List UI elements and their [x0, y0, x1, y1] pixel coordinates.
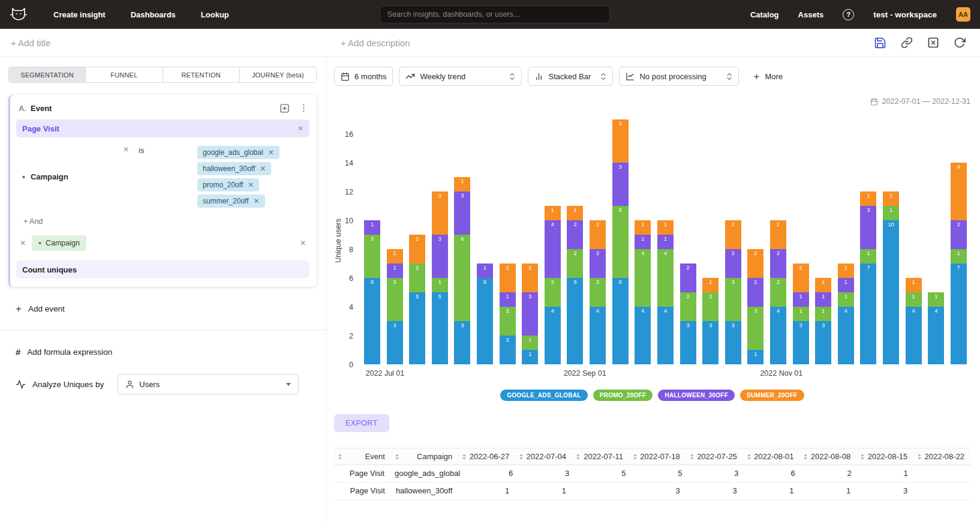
add-title-button[interactable]: + Add title	[11, 38, 50, 48]
post-processing-select[interactable]: No post processing	[619, 67, 739, 86]
add-and-condition[interactable]: + And	[23, 217, 309, 226]
remove-chip-icon[interactable]: ✕	[260, 165, 266, 172]
bar-segment-summer_20off[interactable]: 1	[454, 177, 470, 191]
bar-segment-promo_20off[interactable]: 2	[770, 278, 786, 307]
bar-segment-promo_20off[interactable]: 1	[951, 249, 967, 264]
bar-segment-google_ads_global[interactable]: 7	[951, 264, 967, 364]
bar-segment-summer_20off[interactable]: 2	[409, 235, 425, 264]
aggregation-selector[interactable]: Count uniques	[16, 260, 309, 279]
bar-segment-halloween_30off[interactable]: 3	[612, 163, 629, 206]
bar-segment-google_ads_global[interactable]: 4	[657, 307, 674, 364]
bar-segment-google_ads_global[interactable]: 4	[590, 307, 606, 364]
bar-segment-summer_20off[interactable]: 3	[432, 191, 448, 235]
bar-segment-google_ads_global[interactable]: 5	[432, 292, 448, 364]
bar-segment-promo_20off[interactable]: 6	[454, 235, 470, 321]
tab-retention[interactable]: RETENTION	[163, 67, 239, 82]
nav-dashboards[interactable]: Dashboards	[121, 10, 186, 19]
nav-catalog[interactable]: Catalog	[750, 10, 779, 19]
bar-segment-summer_20off[interactable]: 2	[522, 264, 538, 292]
remove-chip-icon[interactable]: ✕	[254, 197, 260, 205]
bar-segment-halloween_30off[interactable]: 1	[635, 235, 651, 249]
bar-segment-summer_20off[interactable]: 1	[545, 206, 561, 220]
nav-assets[interactable]: Assets	[798, 10, 824, 19]
bar-2022-11-07[interactable]: 3112	[793, 264, 809, 364]
bar-segment-promo_20off[interactable]: 1	[883, 206, 899, 220]
bar-segment-google_ads_global[interactable]: 2	[500, 336, 516, 364]
bar-segment-promo_20off[interactable]: 3	[364, 235, 380, 278]
table-header-campaign[interactable]: Campaign	[391, 448, 458, 465]
bar-2022-07-18[interactable]: 5133	[432, 191, 448, 364]
bar-2022-09-05[interactable]: 4222	[590, 220, 606, 364]
bar-segment-summer_20off[interactable]: 4	[951, 163, 967, 220]
bar-segment-halloween_30off[interactable]: 1	[387, 264, 403, 278]
bar-segment-summer_20off[interactable]: 1	[567, 206, 583, 220]
bar-segment-summer_20off[interactable]: 3	[612, 119, 629, 163]
bar-segment-promo_20off[interactable]: 3	[725, 278, 741, 321]
bar-segment-google_ads_global[interactable]: 10	[883, 220, 899, 364]
date-preset-button[interactable]: 6 months	[334, 67, 393, 86]
bar-2022-12-19[interactable]: 41	[928, 292, 944, 364]
bar-2022-11-14[interactable]: 3111	[815, 278, 831, 364]
remove-breakdown-icon[interactable]: ✕	[20, 239, 26, 247]
breakdown-property-chip[interactable]: • Campaign	[32, 235, 86, 251]
bar-segment-google_ads_global[interactable]: 4	[838, 307, 854, 364]
bar-segment-google_ads_global[interactable]: 6	[477, 278, 493, 364]
event-selector[interactable]: Page Visit ✕	[16, 119, 309, 137]
bar-segment-promo_20off[interactable]: 1	[906, 292, 922, 307]
bar-segment-google_ads_global[interactable]: 6	[567, 278, 583, 364]
bar-segment-halloween_30off[interactable]: 2	[725, 249, 741, 278]
bar-segment-google_ads_global[interactable]: 5	[409, 292, 425, 364]
table-header-2022-08-22[interactable]: 2022-08-22	[913, 448, 970, 465]
bar-segment-promo_20off[interactable]: 2	[500, 307, 516, 336]
filter-value-chip[interactable]: promo_20off ✕	[197, 178, 259, 191]
bar-2022-10-03[interactable]: 322	[680, 264, 696, 364]
trend-select[interactable]: Weekly trend	[399, 67, 522, 86]
bar-segment-promo_20off[interactable]: 1	[928, 292, 944, 307]
bar-segment-halloween_30off[interactable]: 1	[500, 292, 516, 307]
bar-segment-promo_20off[interactable]: 1	[815, 307, 831, 321]
bar-segment-summer_20off[interactable]: 2	[590, 220, 606, 249]
legend-pill-promo_20off[interactable]: PROMO_20OFF	[593, 390, 653, 401]
bar-segment-promo_20off[interactable]: 1	[838, 292, 854, 307]
bar-segment-summer_20off[interactable]: 1	[702, 278, 719, 292]
table-header-2022-07-11[interactable]: 2022-07-11	[572, 448, 629, 465]
tab-journey[interactable]: JOURNEY (beta)	[239, 67, 316, 82]
bar-segment-promo_20off[interactable]: 3	[387, 278, 403, 321]
bar-segment-halloween_30off[interactable]: 2	[590, 249, 606, 278]
bar-segment-google_ads_global[interactable]: 3	[815, 321, 831, 364]
bar-2022-10-24[interactable]: 1322	[747, 249, 763, 364]
bar-2022-09-26[interactable]: 4411	[657, 220, 674, 364]
bar-segment-summer_20off[interactable]: 2	[770, 220, 786, 249]
bar-segment-halloween_30off[interactable]: 2	[770, 249, 786, 278]
bar-segment-halloween_30off[interactable]: 3	[432, 235, 448, 278]
bar-segment-google_ads_global[interactable]: 4	[906, 307, 922, 364]
nav-lookup[interactable]: Lookup	[191, 10, 239, 19]
bar-2022-12-05[interactable]: 1011	[883, 191, 899, 364]
bar-segment-promo_20off[interactable]: 4	[635, 249, 651, 307]
bar-segment-google_ads_global[interactable]: 4	[635, 307, 651, 364]
table-header-2022-08-08[interactable]: 2022-08-08	[799, 448, 856, 465]
bar-2022-07-11[interactable]: 522	[409, 235, 425, 364]
bar-2022-08-15[interactable]: 1132	[522, 264, 538, 364]
bar-segment-google_ads_global[interactable]: 1	[522, 350, 538, 364]
bar-segment-halloween_30off[interactable]: 2	[567, 220, 583, 249]
bar-segment-halloween_30off[interactable]: 1	[657, 235, 674, 249]
bar-segment-summer_20off[interactable]: 2	[500, 264, 516, 292]
workspace-name[interactable]: test - workspace	[873, 10, 937, 19]
bar-segment-google_ads_global[interactable]: 4	[545, 307, 561, 364]
more-button[interactable]: + More	[745, 67, 791, 86]
bar-segment-google_ads_global[interactable]: 3	[725, 321, 741, 364]
bar-segment-promo_20off[interactable]: 1	[432, 278, 448, 292]
copy-link-icon[interactable]	[901, 37, 913, 49]
close-insight-icon[interactable]	[927, 37, 939, 49]
bar-segment-google_ads_global[interactable]: 1	[747, 350, 763, 364]
bar-segment-google_ads_global[interactable]: 3	[387, 321, 403, 364]
bar-segment-promo_20off[interactable]: 2	[590, 278, 606, 307]
bar-2022-12-12[interactable]: 411	[906, 278, 922, 364]
chart-type-select[interactable]: Stacked Bar	[528, 67, 613, 86]
bar-segment-promo_20off[interactable]: 1	[860, 249, 876, 264]
remove-chip-icon[interactable]: ✕	[268, 149, 274, 156]
bar-segment-promo_20off[interactable]: 2	[567, 249, 583, 278]
bar-2022-10-31[interactable]: 4222	[770, 220, 786, 364]
bar-2022-08-08[interactable]: 2212	[500, 264, 516, 364]
